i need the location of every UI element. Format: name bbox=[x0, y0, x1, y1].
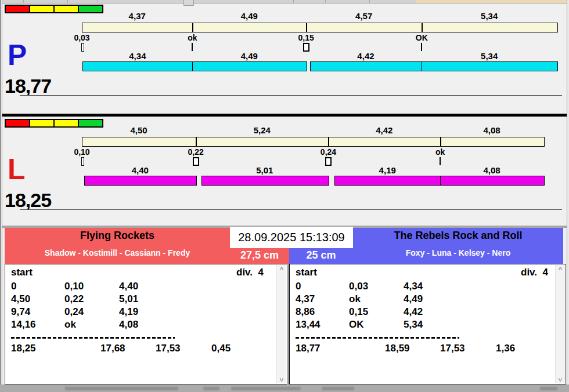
start-light-yellow-1 bbox=[30, 6, 53, 12]
delay-marker-start bbox=[81, 157, 84, 166]
scroll-down-button[interactable]: ^ bbox=[277, 374, 286, 383]
run-time-label: 4,19 bbox=[379, 165, 396, 175]
delay-marker-ok bbox=[421, 43, 422, 51]
start-light-yellow-2 bbox=[55, 120, 78, 126]
lane-letter: P bbox=[8, 39, 27, 71]
cell: 4,37 bbox=[296, 293, 349, 306]
run-time-label: 4,49 bbox=[241, 51, 258, 61]
bar-division bbox=[328, 137, 329, 146]
split-time-label: 4,57 bbox=[355, 11, 372, 21]
run-time-label: 5,34 bbox=[481, 51, 498, 61]
jump-height-left: 27,5 cm bbox=[230, 248, 289, 264]
team-dogs-left: Shadow - Kostimill - Cassiann - Fredy bbox=[5, 248, 230, 257]
scrollbar[interactable]: ^^ bbox=[555, 265, 565, 383]
window-right-border bbox=[567, 0, 569, 384]
cell: 0 bbox=[296, 281, 349, 293]
lane-separator bbox=[2, 114, 567, 117]
team-dogs-right: Foxy - Luna - Kelsey - Nero bbox=[353, 248, 563, 257]
cell: 4,49 bbox=[404, 293, 566, 306]
run-bar-segment bbox=[310, 61, 423, 71]
cell: 0,24 bbox=[64, 306, 119, 319]
cell: 4,08 bbox=[119, 319, 287, 332]
delay-marker-ok bbox=[440, 157, 441, 165]
lane-total-time: 18,77 bbox=[5, 75, 51, 97]
lane-panel-left-team: L18,254,500,104,405,240,225,014,420,244,… bbox=[2, 117, 567, 226]
total-cell: 17,53 bbox=[156, 343, 211, 357]
table-row: 00,104,40 bbox=[11, 281, 287, 293]
cell: 5,34 bbox=[404, 319, 566, 332]
cell: 9,74 bbox=[11, 306, 64, 319]
totals-row: 18,2517,6817,530,45 bbox=[11, 343, 287, 357]
run-time-label: 4,34 bbox=[129, 51, 146, 61]
delay-marker-start bbox=[81, 43, 84, 52]
panel-underline bbox=[20, 209, 562, 210]
total-cell: 17,68 bbox=[100, 343, 156, 357]
scrollbar[interactable]: ^^ bbox=[276, 265, 286, 383]
results-table-left: startdiv. 400,104,404,500,225,019,740,24… bbox=[5, 264, 287, 384]
start-light-green bbox=[79, 120, 102, 126]
cell: 5,01 bbox=[119, 293, 287, 306]
total-cell: 0,45 bbox=[211, 343, 287, 357]
start-lights bbox=[5, 119, 103, 128]
team-name-right: The Rebels Rock and Roll bbox=[353, 230, 563, 242]
total-cell: 18,77 bbox=[296, 343, 385, 357]
cell: 4,42 bbox=[404, 306, 566, 319]
split-time-label: 4,49 bbox=[241, 11, 258, 21]
taskbar-smudge bbox=[540, 387, 557, 390]
totals-divider bbox=[296, 337, 459, 339]
table-row: 4,500,225,01 bbox=[11, 293, 287, 306]
delay-label: 0,22 bbox=[188, 147, 203, 157]
division-label: div. 4 bbox=[521, 267, 548, 278]
split-time-label: 4,08 bbox=[483, 125, 500, 135]
start-label: start bbox=[296, 267, 317, 278]
run-bar-segment bbox=[84, 176, 197, 186]
cell: 0,03 bbox=[349, 281, 404, 293]
delay-marker-gap bbox=[193, 157, 199, 166]
lane-letter: L bbox=[8, 153, 26, 186]
totals-divider bbox=[11, 337, 175, 339]
lane-total-time: 18,25 bbox=[5, 189, 51, 211]
scroll-up-button[interactable]: ^ bbox=[556, 266, 565, 274]
table-row: 13,44OK5,34 bbox=[296, 319, 566, 332]
delay-label: 0,03 bbox=[74, 33, 89, 42]
delay-label: OK bbox=[416, 33, 428, 42]
split-time-label: 4,37 bbox=[129, 11, 146, 21]
run-bar-segment bbox=[440, 176, 545, 186]
cell: 4,34 bbox=[404, 281, 566, 293]
bar-division bbox=[306, 23, 307, 32]
run-time-label: 5,01 bbox=[256, 165, 273, 175]
scroll-down-button[interactable]: ^ bbox=[556, 374, 565, 383]
bar-division bbox=[192, 23, 193, 32]
results-table-right: startdiv. 400,034,344,37ok4,498,860,154,… bbox=[289, 264, 566, 384]
bar-division bbox=[196, 137, 197, 146]
table-row: 4,37ok4,49 bbox=[296, 293, 566, 306]
start-light-red bbox=[6, 6, 29, 12]
start-light-red bbox=[6, 120, 29, 126]
table-row: 00,034,34 bbox=[296, 281, 566, 293]
split-time-label: 5,34 bbox=[481, 11, 498, 21]
delay-marker-ok bbox=[192, 43, 193, 51]
division-label: div. 4 bbox=[236, 267, 264, 278]
table-row: 8,860,154,42 bbox=[296, 306, 566, 319]
start-light-green bbox=[79, 6, 102, 12]
taskbar-strip bbox=[0, 384, 569, 392]
jump-height-right: 25 cm bbox=[289, 248, 353, 264]
run-bar-segment bbox=[192, 61, 307, 71]
split-time-label: 4,42 bbox=[376, 125, 392, 135]
taskbar-smudge bbox=[322, 387, 354, 390]
total-cell: 18,59 bbox=[385, 343, 440, 357]
start-light-yellow-2 bbox=[55, 6, 78, 12]
taskbar-smudge bbox=[65, 387, 178, 390]
cell: 0 bbox=[11, 281, 64, 293]
team-name-left: Flying Rockets bbox=[5, 230, 230, 242]
scroll-up-button[interactable]: ^ bbox=[277, 266, 286, 274]
delay-label: ok bbox=[188, 33, 197, 42]
cell: 0,22 bbox=[64, 293, 119, 306]
delay-label: 0,15 bbox=[298, 33, 314, 42]
cell: 4,19 bbox=[119, 306, 287, 319]
total-cell: 18,25 bbox=[11, 343, 100, 357]
flyball-timing-app: P18,774,370,034,344,49ok4,494,570,154,42… bbox=[0, 0, 569, 392]
start-light-yellow-1 bbox=[30, 120, 53, 126]
cell: 4,40 bbox=[119, 281, 287, 293]
split-time-label: 4,50 bbox=[130, 125, 147, 135]
